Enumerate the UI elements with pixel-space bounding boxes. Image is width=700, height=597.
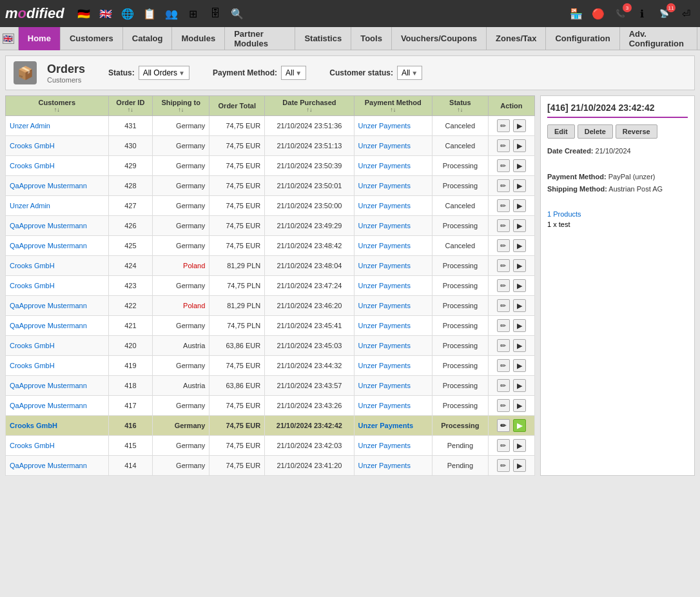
flag-de-icon[interactable]: 🇩🇪	[75, 5, 93, 23]
view-row-button[interactable]: ▶	[513, 159, 526, 172]
col-order-id[interactable]: Order ID↑↓	[108, 96, 152, 116]
view-row-button[interactable]: ▶	[513, 359, 526, 372]
view-row-button[interactable]: ▶	[513, 379, 526, 392]
payment-cell[interactable]: Unzer Payments	[354, 336, 432, 356]
edit-row-button[interactable]: ✏	[497, 199, 510, 212]
edit-row-button[interactable]: ✏	[497, 379, 510, 392]
edit-row-button[interactable]: ✏	[497, 459, 510, 472]
col-date-purchased[interactable]: Date Purchased↑↓	[265, 96, 354, 116]
payment-cell[interactable]: Unzer Payments	[354, 136, 432, 156]
edit-row-button[interactable]: ✏	[497, 319, 510, 332]
edit-row-button[interactable]: ✏	[497, 299, 510, 312]
view-row-button[interactable]: ▶	[513, 419, 526, 432]
search-icon[interactable]: 🔍	[228, 5, 246, 23]
payment-cell[interactable]: Unzer Payments	[354, 256, 432, 276]
edit-row-button[interactable]: ✏	[497, 119, 510, 132]
users-icon[interactable]: 👥	[162, 5, 180, 23]
customer-name-cell[interactable]: Crooks GmbH	[6, 416, 109, 436]
col-status[interactable]: Status↑↓	[432, 96, 488, 116]
database-icon[interactable]: 🗄	[206, 5, 224, 23]
payment-cell[interactable]: Unzer Payments	[354, 176, 432, 196]
exit-icon[interactable]: ⏎	[677, 5, 695, 23]
edit-row-button[interactable]: ✏	[497, 179, 510, 192]
store-icon[interactable]: 🏪	[567, 5, 585, 23]
nav-vouchers[interactable]: Vouchers/Coupons	[392, 27, 487, 50]
customer-name-cell[interactable]: QaApprove Mustermann	[6, 216, 109, 236]
edit-row-button[interactable]: ✏	[497, 139, 510, 152]
view-row-button[interactable]: ▶	[513, 279, 526, 292]
payment-cell[interactable]: Unzer Payments	[354, 156, 432, 176]
edit-row-button[interactable]: ✏	[497, 259, 510, 272]
payment-cell[interactable]: Unzer Payments	[354, 396, 432, 416]
orders-icon[interactable]: 📋	[141, 5, 159, 23]
edit-row-button[interactable]: ✏	[497, 439, 510, 452]
customer-name-cell[interactable]: QaApprove Mustermann	[6, 176, 109, 196]
nav-partner-modules[interactable]: Partner Modules	[225, 27, 295, 50]
customer-name-cell[interactable]: QaApprove Mustermann	[6, 376, 109, 396]
nav-tools[interactable]: Tools	[351, 27, 392, 50]
payment-cell[interactable]: Unzer Payments	[354, 216, 432, 236]
info-icon[interactable]: ℹ	[633, 5, 651, 23]
view-row-button[interactable]: ▶	[513, 319, 526, 332]
customer-name-cell[interactable]: Crooks GmbH	[6, 256, 109, 276]
view-row-button[interactable]: ▶	[513, 179, 526, 192]
reverse-button[interactable]: Reverse	[616, 124, 657, 139]
rss-icon[interactable]: 📡11	[655, 5, 673, 23]
edit-row-button[interactable]: ✏	[497, 339, 510, 352]
customer-name-cell[interactable]: Crooks GmbH	[6, 356, 109, 376]
nav-zones-tax[interactable]: Zones/Tax	[487, 27, 546, 50]
payment-cell[interactable]: Unzer Payments	[354, 116, 432, 136]
payment-cell[interactable]: Unzer Payments	[354, 296, 432, 316]
delete-button[interactable]: Delete	[578, 124, 613, 139]
customer-filter-select[interactable]: All ▼	[397, 66, 422, 80]
payment-cell[interactable]: Unzer Payments	[354, 276, 432, 296]
customer-name-cell[interactable]: QaApprove Mustermann	[6, 396, 109, 416]
products-count[interactable]: 1 Products	[547, 210, 688, 218]
payment-cell[interactable]: Unzer Payments	[354, 236, 432, 256]
customer-name-cell[interactable]: Crooks GmbH	[6, 336, 109, 356]
nav-home[interactable]: Home	[18, 27, 61, 50]
nav-statistics[interactable]: Statistics	[295, 27, 351, 50]
customer-name-cell[interactable]: QaApprove Mustermann	[6, 236, 109, 256]
edit-row-button[interactable]: ✏	[497, 359, 510, 372]
edit-row-button[interactable]: ✏	[497, 399, 510, 412]
payment-cell[interactable]: Unzer Payments	[354, 196, 432, 216]
payment-cell[interactable]: Unzer Payments	[354, 456, 432, 476]
edit-row-button[interactable]: ✏	[497, 219, 510, 232]
customer-name-cell[interactable]: Crooks GmbH	[6, 436, 109, 456]
edit-row-button[interactable]: ✏	[497, 159, 510, 172]
view-row-button[interactable]: ▶	[513, 199, 526, 212]
customer-name-cell[interactable]: Crooks GmbH	[6, 156, 109, 176]
nav-modules[interactable]: Modules	[172, 27, 225, 50]
nav-catalog[interactable]: Catalog	[123, 27, 173, 50]
status-filter-select[interactable]: All Orders ▼	[139, 66, 190, 80]
col-shipping-to[interactable]: Shipping to↑↓	[153, 96, 209, 116]
edit-row-button[interactable]: ✏	[497, 419, 510, 432]
customer-name-cell[interactable]: Crooks GmbH	[6, 276, 109, 296]
view-row-button[interactable]: ▶	[513, 219, 526, 232]
view-row-button[interactable]: ▶	[513, 339, 526, 352]
view-row-button[interactable]: ▶	[513, 299, 526, 312]
view-row-button[interactable]: ▶	[513, 239, 526, 252]
payment-cell[interactable]: Unzer Payments	[354, 376, 432, 396]
payment-cell[interactable]: Unzer Payments	[354, 416, 432, 436]
view-row-button[interactable]: ▶	[513, 139, 526, 152]
edit-button[interactable]: Edit	[547, 124, 575, 139]
edit-row-button[interactable]: ✏	[497, 239, 510, 252]
customer-name-cell[interactable]: Unzer Admin	[6, 116, 109, 136]
phone-icon[interactable]: 📞3	[611, 5, 629, 23]
col-customers[interactable]: Customers↑↓	[6, 96, 109, 116]
edit-row-button[interactable]: ✏	[497, 279, 510, 292]
nav-customers[interactable]: Customers	[61, 27, 123, 50]
view-row-button[interactable]: ▶	[513, 459, 526, 472]
payment-cell[interactable]: Unzer Payments	[354, 356, 432, 376]
customer-name-cell[interactable]: QaApprove Mustermann	[6, 316, 109, 336]
payment-cell[interactable]: Unzer Payments	[354, 436, 432, 456]
customer-name-cell[interactable]: QaApprove Mustermann	[6, 456, 109, 476]
view-row-button[interactable]: ▶	[513, 399, 526, 412]
nav-adv-configuration[interactable]: Adv. Configuration	[620, 27, 697, 50]
view-row-button[interactable]: ▶	[513, 439, 526, 452]
customer-name-cell[interactable]: Unzer Admin	[6, 196, 109, 216]
payment-filter-select[interactable]: All ▼	[281, 66, 306, 80]
view-row-button[interactable]: ▶	[513, 119, 526, 132]
